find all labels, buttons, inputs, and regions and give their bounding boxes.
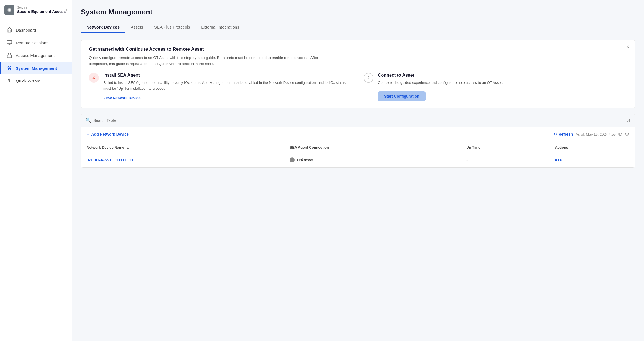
add-device-label: Add Network Device: [91, 132, 129, 136]
sea-status-cell: Unknown: [284, 153, 461, 167]
add-network-device-button[interactable]: + Add Network Device: [87, 130, 129, 138]
sidebar-item-label: Quick Wizard: [16, 79, 40, 83]
sidebar-nav: Dashboard Remote Sessions Access Manage: [0, 20, 72, 91]
col-uptime: Up Time: [461, 142, 549, 153]
step-2-description: Complete the guided experience and confi…: [378, 80, 627, 86]
step-1-title: Install SEA Agent: [103, 73, 352, 78]
sea-status-label: Unknown: [297, 158, 313, 162]
settings-icon[interactable]: ⚙: [625, 131, 629, 137]
refresh-area: ↻ Refresh As of: May 19, 2024 4:55 PM ⚙: [553, 131, 629, 137]
sidebar-item-remote-sessions[interactable]: Remote Sessions: [0, 36, 72, 49]
refresh-label: Refresh: [558, 132, 573, 136]
grid-icon: [6, 65, 12, 71]
magic-icon: [6, 78, 12, 84]
banner-title: Get started with Configure Access to Rem…: [89, 46, 627, 52]
service-header[interactable]: Service Secure Equipment Access ›: [0, 0, 72, 20]
search-input[interactable]: [93, 118, 624, 123]
col-sea-connection: SEA Agent Connection: [284, 142, 461, 153]
filter-icon[interactable]: ⊿: [626, 117, 630, 123]
tab-assets[interactable]: Assets: [125, 22, 149, 33]
step-connect-to-asset: 2 Connect to Asset Complete the guided e…: [364, 73, 627, 101]
main-content-area: System Management Network Devices Assets…: [72, 0, 644, 341]
lock-icon: [6, 52, 12, 58]
step-2-title: Connect to Asset: [378, 73, 627, 78]
tabs: Network Devices Assets SEA Plus Protocol…: [81, 22, 635, 33]
step-pending-icon: 2: [364, 73, 373, 83]
sidebar-item-quick-wizard[interactable]: Quick Wizard: [0, 74, 72, 87]
sidebar: Service Secure Equipment Access › Dashbo…: [0, 0, 72, 341]
banner-description: Quickly configure remote access to an OT…: [89, 55, 338, 67]
arrow-indicator: [81, 130, 81, 139]
table-header-row: Network Device Name ▲ SEA Agent Connecti…: [81, 142, 635, 153]
sidebar-item-label: System Management: [16, 66, 57, 71]
row-actions-button[interactable]: •••: [555, 157, 563, 163]
step-1-description: Failed to install SEA Agent due to inabi…: [103, 80, 352, 92]
refresh-timestamp: As of: May 19, 2024 4:55 PM: [576, 132, 622, 136]
search-icon: 🔍: [86, 118, 91, 123]
svg-rect-2: [7, 41, 12, 44]
tab-sea-plus-protocols[interactable]: SEA Plus Protocols: [149, 22, 195, 33]
banner-steps: ✕ Install SEA Agent Failed to install SE…: [89, 73, 627, 101]
service-icon: [4, 5, 14, 15]
sidebar-item-label: Remote Sessions: [16, 40, 48, 45]
device-name-link[interactable]: IR1101-A-K9+1111111111: [87, 158, 133, 162]
getting-started-banner: × Get started with Configure Access to R…: [81, 40, 635, 108]
sidebar-item-access-management[interactable]: Access Management: [0, 49, 72, 62]
sort-icon: ▲: [126, 146, 129, 149]
network-devices-table-section: 🔍 ⊿ +: [81, 114, 635, 168]
tab-network-devices[interactable]: Network Devices: [81, 22, 125, 33]
service-name: Secure Equipment Access: [17, 9, 66, 14]
table-row: IR1101-A-K9+1111111111 Unknown - •••: [81, 153, 635, 167]
sidebar-item-label: Dashboard: [16, 28, 36, 32]
svg-rect-1: [9, 9, 11, 11]
view-network-device-link[interactable]: View Network Device: [103, 96, 141, 100]
device-name-cell: IR1101-A-K9+1111111111: [81, 153, 284, 167]
monitor-icon: [6, 40, 12, 46]
tab-external-integrations[interactable]: External Integrations: [195, 22, 245, 33]
svg-rect-5: [7, 55, 12, 58]
page-title: System Management: [81, 8, 635, 16]
refresh-button[interactable]: ↻ Refresh: [553, 132, 573, 136]
home-icon: [6, 27, 12, 33]
sidebar-item-system-management[interactable]: System Management: [0, 62, 72, 74]
arrow-svg: [81, 130, 81, 139]
plus-icon: +: [87, 131, 90, 137]
refresh-icon: ↻: [553, 132, 557, 136]
start-configuration-button[interactable]: Start Configuration: [378, 91, 426, 101]
service-label: Service: [17, 6, 66, 9]
chevron-right-icon: ›: [66, 7, 67, 12]
status-unknown-icon: [290, 157, 295, 162]
step-install-sea-agent: ✕ Install SEA Agent Failed to install SE…: [89, 73, 352, 100]
sidebar-item-label: Access Management: [16, 53, 55, 58]
col-device-name[interactable]: Network Device Name ▲: [81, 142, 284, 153]
table-actions-bar: + Add Network Device ↻ Refresh As of: Ma…: [81, 127, 635, 142]
banner-close-button[interactable]: ×: [626, 44, 629, 49]
actions-cell: •••: [550, 153, 635, 167]
sidebar-item-dashboard[interactable]: Dashboard: [0, 24, 72, 36]
uptime-cell: -: [461, 153, 549, 167]
network-devices-table: Network Device Name ▲ SEA Agent Connecti…: [81, 142, 635, 167]
col-actions: Actions: [550, 142, 635, 153]
step-error-icon: ✕: [89, 73, 99, 83]
search-toolbar: 🔍 ⊿: [81, 114, 635, 127]
